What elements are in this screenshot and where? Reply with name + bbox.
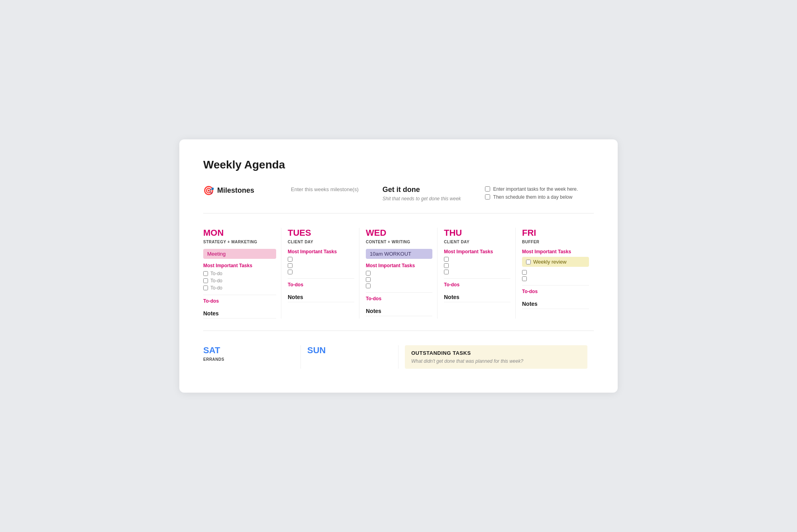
mon-notes-section: Notes [203,310,276,319]
mon-cb-2-input[interactable] [203,278,208,283]
tues-todos[interactable]: To-dos [288,278,354,288]
day-subtitle-tues: CLIENT DAY [288,240,354,244]
fri-todos[interactable]: To-dos [522,285,589,294]
mon-checkbox-list: To-do To-do To-do [203,271,276,291]
thu-cb-3-input[interactable] [444,270,449,274]
wed-cb-2-input[interactable] [366,277,371,282]
thu-cb-2-input[interactable] [444,263,449,268]
thu-mit-label: Most Important Tasks [444,249,510,254]
mon-todos[interactable]: To-dos [203,295,276,304]
tues-notes-label: Notes [288,294,354,302]
thu-todos[interactable]: To-dos [444,278,510,288]
outstanding-subtitle: What didn't get done that was planned fo… [411,358,581,364]
mon-cb-2-label: To-do [210,278,222,284]
get-it-done-title: Get it done [383,186,461,194]
mon-cb-3-input[interactable] [203,286,208,290]
outstanding-section: OUTSTANDING TASKS What didn't get done t… [398,345,594,369]
thu-cb-2[interactable] [444,263,510,268]
day-name-sun: SUN [307,345,392,356]
thu-checkbox-list [444,257,510,274]
wed-checkbox-list [366,271,432,288]
outstanding-box: OUTSTANDING TASKS What didn't get done t… [405,345,587,369]
thu-notes-section: Notes [444,294,510,302]
weekly-agenda-card: Weekly Agenda 🎯 Milestones Enter this we… [179,139,618,393]
tues-checkbox-list [288,257,354,274]
wed-cb-3-input[interactable] [366,284,371,288]
mon-cb-3-label: To-do [210,285,222,291]
day-col-tues: TUES CLIENT DAY Most Important Tasks To-… [281,228,359,319]
day-subtitle-thu: CLIENT DAY [444,240,510,244]
fri-cb-1[interactable] [522,270,589,275]
check-1-checkbox[interactable] [485,186,490,192]
day-name-fri: FRI [522,228,589,238]
get-it-done-block: Get it done Shit that needs to get done … [383,186,461,202]
milestone-icon: 🎯 [203,186,214,196]
wed-cb-1-input[interactable] [366,271,371,276]
thu-cb-1[interactable] [444,257,510,262]
wed-cb-3[interactable] [366,284,432,288]
fri-notes-section: Notes [522,301,589,309]
wed-notes-label: Notes [366,308,432,316]
fri-cb-2[interactable] [522,276,589,281]
get-it-done-checks: Enter important tasks for the week here.… [485,186,578,200]
page-title: Weekly Agenda [203,158,594,171]
day-col-fri: FRI BUFFER Most Important Tasks Weekly r… [516,228,594,319]
mon-notes-label: Notes [203,310,276,319]
check-1-label: Enter important tasks for the week here. [493,186,578,192]
wed-cb-1[interactable] [366,271,432,276]
fri-weekly-review-cb[interactable] [526,260,531,264]
wed-highlight: 10am WORKOUT [366,249,432,259]
day-name-sat: SAT [203,345,294,356]
milestones-title: Milestones [217,186,254,195]
mon-cb-1-input[interactable] [203,271,208,276]
day-col-mon: MON STRATEGY + MARKETING Meeting Most Im… [203,228,281,319]
thu-notes-label: Notes [444,294,510,302]
milestones-left: 🎯 Milestones [203,186,267,196]
tues-cb-2[interactable] [288,263,354,268]
tues-mit-label: Most Important Tasks [288,249,354,254]
fri-weekly-review-label: Weekly review [533,259,567,265]
fri-notes-label: Notes [522,301,589,309]
check-item-2[interactable]: Then schedule them into a day below [485,194,578,200]
get-it-done-subtitle: Shit that needs to get done this week [383,196,461,202]
tues-notes-section: Notes [288,294,354,302]
day-subtitle-fri: BUFFER [522,240,589,244]
mon-cb-2[interactable]: To-do [203,278,276,284]
mon-highlight: Meeting [203,249,276,259]
fri-cb-1-input[interactable] [522,270,527,275]
day-subtitle-mon: STRATEGY + MARKETING [203,240,276,244]
day-name-thu: THU [444,228,510,238]
check-item-1[interactable]: Enter important tasks for the week here. [485,186,578,192]
fri-weekly-review: Weekly review [522,257,589,267]
day-col-wed: WED CONTENT + WRITING 10am WORKOUT Most … [359,228,438,319]
bottom-grid: SAT ERRANDS SUN OUTSTANDING TASKS What d… [203,345,594,369]
thu-cb-3[interactable] [444,270,510,274]
check-2-label: Then schedule them into a day below [493,194,573,200]
day-subtitle-sat: ERRANDS [203,357,294,362]
fri-cb-2-input[interactable] [522,276,527,281]
fri-mit-label: Most Important Tasks [522,249,589,254]
outstanding-title: OUTSTANDING TASKS [411,350,581,356]
day-name-wed: WED [366,228,432,238]
fri-checkbox-list [522,270,589,281]
milestones-section: 🎯 Milestones Enter this weeks milestone(… [203,186,594,214]
wed-mit-label: Most Important Tasks [366,263,432,268]
tues-cb-1[interactable] [288,257,354,262]
mon-cb-1-label: To-do [210,271,222,276]
tues-cb-1-input[interactable] [288,257,292,262]
check-2-checkbox[interactable] [485,194,490,200]
tues-cb-3[interactable] [288,270,354,274]
tues-cb-2-input[interactable] [288,263,292,268]
mon-cb-3[interactable]: To-do [203,285,276,291]
wed-notes-section: Notes [366,308,432,316]
day-subtitle-wed: CONTENT + WRITING [366,240,432,244]
thu-cb-1-input[interactable] [444,257,449,262]
day-name-mon: MON [203,228,276,238]
day-col-sun: SUN [301,345,398,369]
day-col-thu: THU CLIENT DAY Most Important Tasks To-d… [438,228,516,319]
mon-cb-1[interactable]: To-do [203,271,276,276]
wed-cb-2[interactable] [366,277,432,282]
days-grid: MON STRATEGY + MARKETING Meeting Most Im… [203,228,594,331]
wed-todos[interactable]: To-dos [366,292,432,301]
tues-cb-3-input[interactable] [288,270,292,274]
